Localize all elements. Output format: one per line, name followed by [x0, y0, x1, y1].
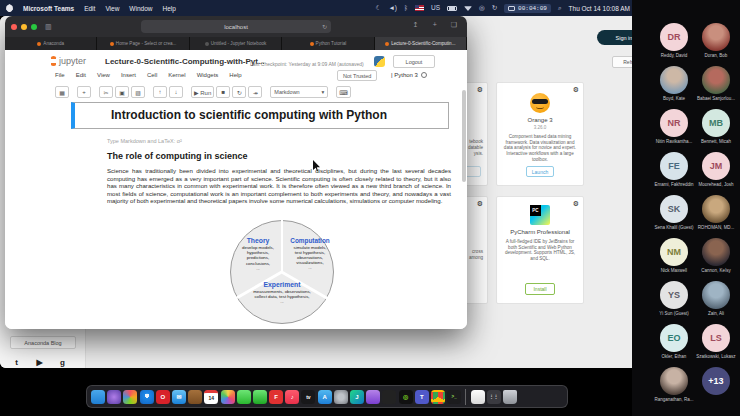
- menubar-item-help[interactable]: Help: [162, 5, 175, 12]
- facetime-icon[interactable]: [253, 390, 267, 404]
- gear-icon[interactable]: ⚙: [477, 86, 483, 93]
- command-palette-button[interactable]: ⌨: [336, 86, 351, 98]
- participant[interactable]: SKSena Khalil (Guest): [652, 195, 696, 230]
- close-window-button[interactable]: [11, 24, 17, 30]
- gear-icon[interactable]: ⚙: [573, 200, 579, 207]
- move-down-button[interactable]: ↓: [169, 86, 183, 98]
- run-button[interactable]: ▶ Run: [191, 86, 214, 98]
- books-icon[interactable]: [188, 390, 202, 404]
- youtube-icon[interactable]: ▶: [35, 358, 44, 367]
- participant[interactable]: FEEmami, Fakhreddin: [652, 152, 696, 187]
- gear-icon[interactable]: ⚙: [477, 200, 483, 207]
- empty-cell-placeholder[interactable]: Type Markdown and LaTeX: α²: [107, 138, 182, 144]
- participant[interactable]: NRNitin Ravikantha...: [652, 109, 696, 144]
- wifi-icon[interactable]: [464, 5, 472, 11]
- moon-icon[interactable]: ☾: [376, 5, 382, 12]
- keyboard-flag-icon[interactable]: [415, 5, 424, 11]
- opera-icon[interactable]: O: [156, 390, 170, 404]
- browser-tab[interactable]: Home Page - Select or crea...: [97, 37, 189, 50]
- screen-recording-timer[interactable]: 00:04:09: [504, 4, 551, 13]
- add-cell-button[interactable]: +: [77, 86, 91, 98]
- install-button[interactable]: Install: [525, 283, 555, 295]
- participant[interactable]: DRReddy, David: [652, 23, 696, 58]
- participant[interactable]: Doran, Bob: [694, 23, 738, 58]
- participant[interactable]: MBBennett, Micah: [694, 109, 738, 144]
- share-icon[interactable]: ↥: [413, 21, 419, 28]
- browser-tab-active[interactable]: Lecture-0-Scientific-Computin...: [375, 37, 467, 50]
- selected-markdown-cell[interactable]: Introduction to scientific computing wit…: [71, 102, 449, 129]
- f-app-icon[interactable]: F: [269, 390, 283, 404]
- volume-icon[interactable]: ◄): [388, 5, 397, 12]
- menu-widgets[interactable]: Widgets: [197, 72, 219, 78]
- battery-icon[interactable]: [447, 6, 457, 11]
- menu-cell[interactable]: Cell: [147, 72, 157, 78]
- restart-run-all-button[interactable]: ↠: [248, 86, 262, 98]
- twitter-icon[interactable]: t: [12, 358, 21, 367]
- gear-icon[interactable]: ⚙: [573, 86, 579, 93]
- chrome-icon[interactable]: [431, 390, 445, 404]
- teams-icon[interactable]: T: [415, 390, 429, 404]
- safari-icon[interactable]: [140, 390, 154, 404]
- jupyter-logo[interactable]: jupyter: [51, 56, 86, 66]
- participant[interactable]: EOOkler, Ethan: [652, 324, 696, 359]
- address-bar[interactable]: localhost ↻: [141, 20, 331, 33]
- bluetooth-icon[interactable]: ᛒ: [404, 5, 408, 12]
- cell-type-dropdown[interactable]: Markdown ▾: [270, 86, 328, 98]
- pycharm-icon[interactable]: J: [350, 390, 364, 404]
- participant[interactable]: JMMoorehead, Josh: [694, 152, 738, 187]
- menubar-item-edit[interactable]: Edit: [84, 5, 95, 12]
- sidebar-icon[interactable]: ▥: [45, 23, 52, 30]
- photos-icon[interactable]: [221, 390, 235, 404]
- browser-tab[interactable]: Python Tutorial: [282, 37, 374, 50]
- github-icon[interactable]: g: [58, 358, 67, 367]
- calendar-icon[interactable]: 14: [204, 390, 218, 404]
- save-button[interactable]: ▦: [55, 86, 69, 98]
- participant[interactable]: YSYi Sun (Guest): [652, 281, 696, 316]
- tv-icon[interactable]: tv: [301, 390, 315, 404]
- settings-icon[interactable]: [334, 390, 348, 404]
- stop-button[interactable]: ■: [216, 86, 230, 98]
- music-icon[interactable]: ♪: [285, 390, 299, 404]
- messages-icon[interactable]: [237, 390, 251, 404]
- participant[interactable]: LSSzatkowski, Lukasz: [694, 324, 738, 359]
- menubar-app-name[interactable]: Microsoft Teams: [23, 5, 74, 12]
- menubar-item-view[interactable]: View: [105, 5, 119, 12]
- reload-icon[interactable]: ↻: [322, 23, 327, 30]
- anaconda-blog-button[interactable]: Anaconda Blog: [10, 336, 76, 349]
- finder-icon[interactable]: [91, 390, 105, 404]
- menu-edit[interactable]: Edit: [76, 72, 86, 78]
- trash-icon[interactable]: [503, 390, 517, 404]
- paste-cell-button[interactable]: ▨: [131, 86, 145, 98]
- search-icon[interactable]: ⌕: [558, 5, 562, 12]
- document-icon[interactable]: [471, 390, 485, 404]
- menubar-item-window[interactable]: Window: [129, 5, 152, 12]
- logout-button[interactable]: Logout: [393, 55, 435, 68]
- tab-overview-icon[interactable]: ❏: [451, 21, 457, 28]
- participant[interactable]: Ranganathan, Ra...: [652, 367, 696, 402]
- mission-control-icon[interactable]: [382, 390, 396, 404]
- zoom-window-button[interactable]: [31, 24, 37, 30]
- notebook-scrollbar[interactable]: [462, 90, 466, 182]
- participant[interactable]: Cannon, Kelsy: [694, 238, 738, 273]
- launch-button[interactable]: Launch: [526, 166, 554, 177]
- participant[interactable]: Zain, Ali: [694, 281, 738, 316]
- appstore-icon[interactable]: A: [318, 390, 332, 404]
- downloads-stack-icon[interactable]: ⋮⋮: [487, 390, 501, 404]
- move-up-button[interactable]: ↑: [153, 86, 167, 98]
- launchpad-icon[interactable]: [123, 390, 137, 404]
- copy-cell-button[interactable]: ▣: [115, 86, 129, 98]
- browser-tab[interactable]: Anaconda: [5, 37, 97, 50]
- menu-insert[interactable]: Insert: [121, 72, 136, 78]
- minimize-window-button[interactable]: [21, 24, 27, 30]
- menu-view[interactable]: View: [97, 72, 110, 78]
- new-tab-icon[interactable]: +: [433, 21, 437, 28]
- participant[interactable]: NMNick Maxwell: [652, 238, 696, 273]
- keyboard-layout-label[interactable]: US: [431, 5, 440, 12]
- participant[interactable]: Boyd, Kate: [652, 66, 696, 101]
- fitness-icon[interactable]: ◎: [399, 390, 413, 404]
- podcasts-icon[interactable]: [366, 390, 380, 404]
- notebook-title[interactable]: Lecture-0-Scientific-Computing-with-Pyt.…: [105, 57, 265, 66]
- participant[interactable]: ROHOMAN, MD...: [694, 195, 738, 230]
- mail-icon[interactable]: ✉: [172, 390, 186, 404]
- not-trusted-button[interactable]: Not Trusted: [337, 70, 377, 81]
